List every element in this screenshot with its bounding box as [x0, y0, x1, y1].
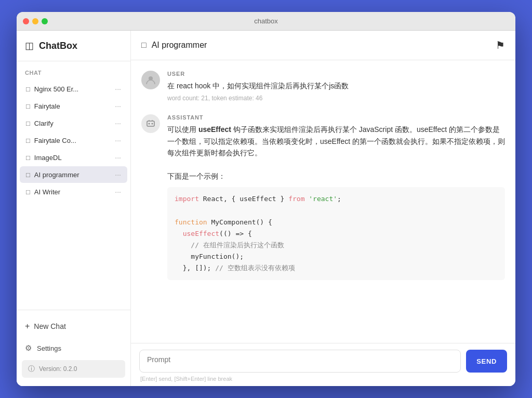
chat-item-label: AI programmer [34, 171, 111, 179]
chat-icon: □ [26, 120, 30, 127]
version-badge: ⓘ Version: 0.2.0 [22, 360, 125, 378]
assistant-message-content: ASSISTANT 可以使用 useEffect 钩子函数来实现组件渲染后再执行… [167, 114, 505, 280]
app-body: ◫ ChatBox CHAT □ Nginx 500 Er... ··· □ F… [17, 31, 515, 386]
chat-item-label: Fairytale [34, 102, 111, 110]
chatbox-logo-icon: ◫ [25, 40, 34, 51]
chat-item-label: AI Writer [34, 188, 111, 196]
chat-item-more-icon[interactable]: ··· [115, 170, 121, 179]
sidebar-item-ai-programmer[interactable]: □ AI programmer ··· [20, 166, 127, 183]
main-header: □ AI programmer ⚑ [131, 31, 515, 60]
plus-icon: + [25, 322, 30, 331]
info-icon: ⓘ [28, 364, 35, 374]
chat-icon: □ [26, 85, 30, 93]
message-user: USER 在 react hook 中，如何实现组件渲染后再执行某个js函数 w… [141, 71, 505, 102]
user-message-meta: word count: 21, token estimate: 46 [167, 95, 505, 102]
chat-item-label: ImageDL [34, 154, 111, 162]
chat-icon: □ [26, 188, 30, 196]
new-chat-label: New Chat [34, 322, 65, 330]
assistant-message-text: 可以使用 useEffect 钩子函数来实现组件渲染后再执行某个 JavaScr… [167, 124, 505, 182]
code-block: import React, { useEffect } from 'react'… [167, 187, 505, 280]
chat-item-more-icon[interactable]: ··· [115, 153, 121, 162]
window-title: chatbox [254, 17, 278, 25]
sidebar-item-ai-writer[interactable]: □ AI Writer ··· [20, 183, 127, 200]
sidebar-footer: + New Chat ⚙ Settings ⓘ Version: 0.2.0 [17, 310, 130, 386]
sidebar-item-fairytale[interactable]: □ Fairytale ··· [20, 98, 127, 114]
svg-point-3 [152, 123, 153, 125]
titlebar: chatbox [17, 12, 515, 31]
user-message-text: 在 react hook 中，如何实现组件渲染后再执行某个js函数 [167, 80, 505, 91]
maximize-button[interactable] [42, 18, 48, 24]
chat-item-more-icon[interactable]: ··· [115, 136, 121, 144]
chat-item-more-icon[interactable]: ··· [115, 188, 121, 196]
new-chat-button[interactable]: + New Chat [17, 316, 130, 336]
main-header-left: □ AI programmer [141, 41, 207, 50]
chat-item-label: Nginx 500 Er... [34, 85, 111, 93]
message-assistant: ASSISTANT 可以使用 useEffect 钩子函数来实现组件渲染后再执行… [141, 114, 505, 280]
sidebar-item-fairytale2[interactable]: □ Fairytale Co... ··· [20, 132, 127, 149]
traffic-lights [23, 18, 48, 24]
clean-icon[interactable]: ⚑ [496, 39, 505, 51]
chat-header-icon: □ [141, 41, 147, 50]
close-button[interactable] [23, 18, 29, 24]
sidebar-header: ◫ ChatBox [17, 31, 130, 61]
input-hint: [Enter] send, [Shift+Enter] line break [139, 376, 507, 382]
chat-icon: □ [26, 137, 30, 144]
minimize-button[interactable] [32, 18, 38, 24]
main-header-title: AI programmer [152, 41, 207, 50]
input-row: SEND [139, 350, 507, 373]
assistant-role-label: ASSISTANT [167, 114, 505, 121]
main-content: □ AI programmer ⚑ USER 在 re [131, 31, 515, 386]
chat-list: □ Nginx 500 Er... ··· □ Fairytale ··· □ … [17, 80, 130, 310]
input-area: SEND [Enter] send, [Shift+Enter] line br… [131, 343, 515, 386]
chat-item-label: Clarify [34, 120, 111, 127]
sidebar-item-clarify[interactable]: □ Clarify ··· [20, 115, 127, 131]
sidebar: ◫ ChatBox CHAT □ Nginx 500 Er... ··· □ F… [17, 31, 131, 386]
chat-item-more-icon[interactable]: ··· [115, 102, 121, 110]
chat-icon: □ [26, 154, 30, 162]
chat-icon: □ [26, 171, 30, 179]
svg-point-2 [149, 123, 150, 125]
chatbox-logo-text: ChatBox [39, 41, 77, 51]
sidebar-item-imagedl[interactable]: □ ImageDL ··· [20, 149, 127, 166]
sidebar-item-nginx[interactable]: □ Nginx 500 Er... ··· [20, 81, 127, 97]
user-role-label: USER [167, 71, 505, 77]
chat-item-more-icon[interactable]: ··· [115, 85, 121, 93]
settings-button[interactable]: ⚙ Settings [17, 338, 130, 358]
user-message-content: USER 在 react hook 中，如何实现组件渲染后再执行某个js函数 w… [167, 71, 505, 102]
settings-label: Settings [37, 344, 61, 352]
chat-item-label: Fairytale Co... [34, 137, 111, 144]
send-button[interactable]: SEND [466, 350, 507, 373]
chat-section-label: CHAT [17, 61, 130, 80]
assistant-avatar [141, 114, 160, 133]
chat-item-more-icon[interactable]: ··· [115, 119, 121, 127]
gear-icon: ⚙ [25, 343, 32, 353]
user-avatar [141, 71, 160, 89]
chat-messages: USER 在 react hook 中，如何实现组件渲染后再执行某个js函数 w… [131, 60, 515, 343]
svg-rect-1 [147, 121, 154, 126]
app-window: chatbox ◫ ChatBox CHAT □ Nginx 500 Er...… [17, 12, 515, 386]
version-label: Version: 0.2.0 [39, 365, 77, 373]
prompt-input[interactable] [139, 350, 461, 373]
chat-icon: □ [26, 102, 30, 110]
